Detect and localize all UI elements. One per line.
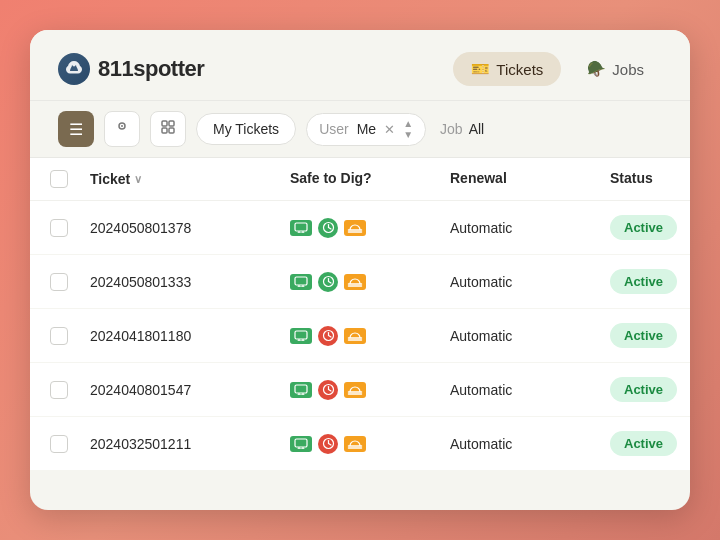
job-filter: Job All: [440, 121, 484, 137]
renewal-value: Automatic: [450, 220, 610, 236]
svg-point-1: [121, 125, 123, 127]
table-row: 2024050801378 Automatic Active: [30, 201, 690, 255]
tickets-icon: 🎫: [471, 60, 490, 78]
svg-rect-5: [169, 128, 174, 133]
svg-line-48: [328, 444, 331, 446]
renewal-value: Automatic: [450, 274, 610, 290]
clock-red-icon: [318, 434, 338, 454]
nav: 🎫 Tickets 🪖 Jobs: [453, 52, 662, 86]
row-checkbox[interactable]: [50, 219, 90, 237]
table-row: 2024040801547 Automatic Active: [30, 363, 690, 417]
safe-to-dig-icons: [290, 218, 450, 238]
jobs-label: Jobs: [612, 61, 644, 78]
nav-tickets-button[interactable]: 🎫 Tickets: [453, 52, 561, 86]
my-tickets-button[interactable]: My Tickets: [196, 113, 296, 145]
monitor-icon: [290, 274, 312, 290]
renewal-value: Automatic: [450, 382, 610, 398]
sort-icon[interactable]: ∨: [134, 173, 142, 186]
ticket-col-header: Ticket ∨: [90, 170, 290, 188]
nav-jobs-button[interactable]: 🪖 Jobs: [569, 52, 662, 86]
toolbar: ☰ My Tickets User Me: [30, 101, 690, 158]
svg-rect-2: [162, 121, 167, 126]
monitor-icon: [290, 328, 312, 344]
hardhat-icon: [344, 328, 366, 344]
table-row: 2024041801180 Automatic Active: [30, 309, 690, 363]
safe-to-dig-icons: [290, 326, 450, 346]
hardhat-icon: [344, 274, 366, 290]
monitor-icon: [290, 220, 312, 236]
safe-to-dig-col-header: Safe to Dig?: [290, 170, 450, 188]
safe-to-dig-icons: [290, 272, 450, 292]
header: 811spotter 🎫 Tickets 🪖 Jobs: [30, 30, 690, 101]
clock-red-icon: [318, 326, 338, 346]
svg-line-12: [328, 228, 331, 230]
row-checkbox[interactable]: [50, 435, 90, 453]
monitor-icon: [290, 382, 312, 398]
svg-rect-4: [162, 128, 167, 133]
hardhat-icon: [344, 436, 366, 452]
svg-rect-6: [295, 223, 307, 231]
ticket-id: 2024040801547: [90, 382, 290, 398]
hardhat-icon: [344, 220, 366, 236]
ticket-id: 2024050801378: [90, 220, 290, 236]
user-filter-label: User: [319, 121, 349, 137]
location-button[interactable]: [104, 111, 140, 147]
logo-icon: [58, 53, 90, 85]
table-row: 2024050801333 Automatic Active: [30, 255, 690, 309]
checkbox-header[interactable]: [50, 170, 90, 188]
job-filter-label: Job: [440, 121, 463, 137]
row-checkbox[interactable]: [50, 381, 90, 399]
tickets-label: Tickets: [496, 61, 543, 78]
svg-rect-24: [295, 331, 307, 339]
row-checkbox[interactable]: [50, 273, 90, 291]
ticket-id: 2024050801333: [90, 274, 290, 290]
user-filter-clear[interactable]: ✕: [384, 122, 395, 137]
safe-to-dig-icons: [290, 380, 450, 400]
table-header-row: Ticket ∨ Safe to Dig? Renewal Status: [30, 158, 690, 201]
row-checkbox[interactable]: [50, 327, 90, 345]
user-filter-arrows[interactable]: ▲ ▼: [403, 119, 413, 140]
svg-rect-42: [295, 439, 307, 447]
table-row: 2024032501211 Automatic Active: [30, 417, 690, 470]
status-badge: Active: [610, 323, 677, 348]
svg-rect-3: [169, 121, 174, 126]
grid-button[interactable]: [150, 111, 186, 147]
renewal-col-header: Renewal: [450, 170, 610, 188]
location-icon: [114, 119, 130, 139]
status-badge: Active: [610, 431, 677, 456]
clock-red-icon: [318, 380, 338, 400]
user-filter-value: Me: [357, 121, 376, 137]
svg-rect-15: [295, 277, 307, 285]
status-col-header: Status: [610, 170, 690, 188]
svg-line-21: [328, 282, 331, 284]
grid-icon: [160, 119, 176, 139]
tickets-table: Ticket ∨ Safe to Dig? Renewal Status 202…: [30, 158, 690, 470]
svg-rect-33: [295, 385, 307, 393]
status-badge: Active: [610, 377, 677, 402]
hamburger-icon: ☰: [69, 120, 83, 139]
ticket-id: 2024041801180: [90, 328, 290, 344]
job-filter-value: All: [469, 121, 485, 137]
jobs-icon: 🪖: [587, 60, 606, 78]
clock-green-icon: [318, 272, 338, 292]
renewal-value: Automatic: [450, 436, 610, 452]
status-badge: Active: [610, 215, 677, 240]
hardhat-icon: [344, 382, 366, 398]
main-card: 811spotter 🎫 Tickets 🪖 Jobs ☰: [30, 30, 690, 510]
logo: 811spotter: [58, 53, 204, 85]
safe-to-dig-icons: [290, 434, 450, 454]
menu-button[interactable]: ☰: [58, 111, 94, 147]
logo-text: 811spotter: [98, 56, 204, 82]
monitor-icon: [290, 436, 312, 452]
svg-line-30: [328, 336, 331, 338]
ticket-id: 2024032501211: [90, 436, 290, 452]
svg-line-39: [328, 390, 331, 392]
renewal-value: Automatic: [450, 328, 610, 344]
status-badge: Active: [610, 269, 677, 294]
clock-green-icon: [318, 218, 338, 238]
user-filter: User Me ✕ ▲ ▼: [306, 113, 426, 146]
